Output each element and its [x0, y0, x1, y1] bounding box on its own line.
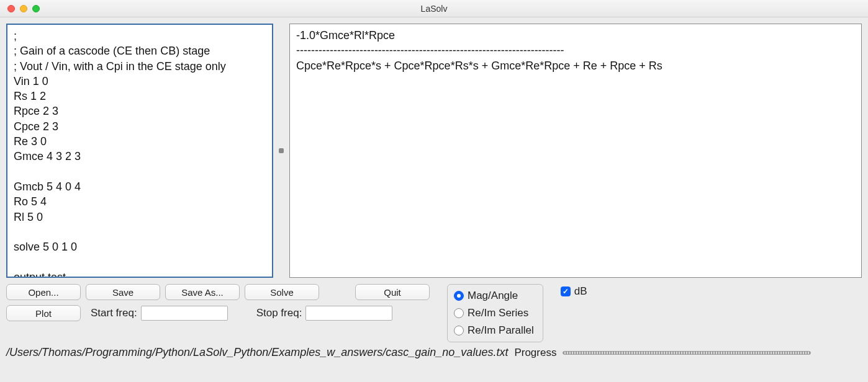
- stop-freq-label: Stop freq:: [256, 307, 302, 319]
- radio-reim-parallel[interactable]: Re/Im Parallel: [454, 324, 534, 337]
- checkbox-icon: ✓: [561, 286, 571, 296]
- plot-button[interactable]: Plot: [6, 305, 81, 321]
- quit-button[interactable]: Quit: [355, 284, 430, 300]
- splitter[interactable]: [278, 24, 284, 278]
- radio-icon: [454, 326, 464, 335]
- splitter-handle-icon[interactable]: [279, 148, 284, 153]
- content-area: ; ; Gain of a cascode (CE then CB) stage…: [0, 17, 868, 342]
- progress-bar: [563, 351, 811, 355]
- radio-label: Re/Im Series: [468, 307, 528, 319]
- radio-label: Mag/Angle: [468, 290, 518, 302]
- db-checkbox[interactable]: ✓ dB: [561, 284, 587, 298]
- save-as-button[interactable]: Save As...: [165, 284, 240, 300]
- titlebar: LaSolv: [0, 0, 868, 17]
- radio-reim-series[interactable]: Re/Im Series: [454, 307, 534, 319]
- stop-freq-group: Stop freq:: [256, 306, 393, 321]
- open-button[interactable]: Open...: [6, 284, 81, 300]
- save-button[interactable]: Save: [86, 284, 160, 300]
- output-view[interactable]: -1.0*Gmce*Rl*Rpce ----------------------…: [289, 24, 862, 278]
- filepath-label: /Users/Thomas/Programming/Python/LaSolv_…: [6, 346, 508, 359]
- split-panes: ; ; Gain of a cascode (CE then CB) stage…: [6, 24, 862, 278]
- radio-label: Re/Im Parallel: [468, 324, 534, 337]
- radio-icon: [454, 308, 464, 318]
- stop-freq-input[interactable]: [305, 306, 392, 321]
- window-controls: [0, 5, 40, 12]
- controls-row: Open... Save Save As... Solve Quit Plot …: [6, 278, 862, 342]
- start-freq-group: Start freq:: [91, 306, 228, 321]
- radio-mag-angle[interactable]: Mag/Angle: [454, 290, 534, 302]
- start-freq-label: Start freq:: [91, 307, 137, 319]
- radio-icon: [454, 291, 464, 301]
- maximize-icon[interactable]: [32, 5, 40, 12]
- source-editor[interactable]: ; ; Gain of a cascode (CE then CB) stage…: [6, 24, 273, 278]
- plot-mode-radiogroup: Mag/Angle Re/Im Series Re/Im Parallel: [447, 284, 543, 342]
- progress-label: Progress: [514, 347, 556, 359]
- solve-button[interactable]: Solve: [245, 284, 319, 300]
- checkbox-label: dB: [574, 285, 587, 298]
- window-title: LaSolv: [0, 4, 868, 14]
- statusbar: /Users/Thomas/Programming/Python/LaSolv_…: [0, 342, 868, 362]
- start-freq-input[interactable]: [141, 306, 228, 321]
- close-icon[interactable]: [7, 5, 15, 12]
- minimize-icon[interactable]: [20, 5, 27, 12]
